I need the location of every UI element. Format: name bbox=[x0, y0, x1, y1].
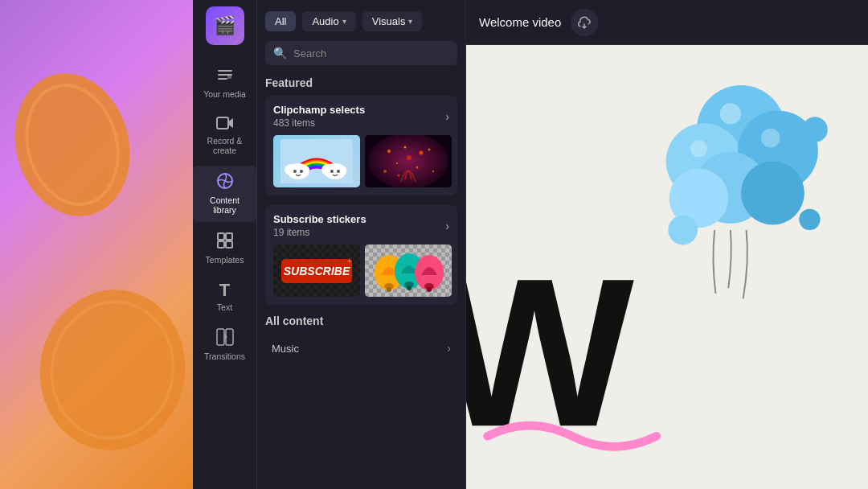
svg-text:+: + bbox=[347, 257, 352, 265]
visuals-chevron-icon: ▾ bbox=[408, 17, 412, 26]
svg-point-55 bbox=[407, 286, 411, 290]
preview-subscribe-bells-thumb[interactable] bbox=[365, 244, 452, 297]
svg-point-71 bbox=[799, 209, 820, 230]
sidebar-item-templates[interactable]: Templates bbox=[193, 225, 256, 272]
preview-area: Welcome video bbox=[466, 0, 868, 489]
sidebar-label-your-media: Your media bbox=[203, 89, 246, 100]
svg-point-31 bbox=[407, 155, 411, 160]
sidebar-label-templates: Templates bbox=[206, 255, 244, 265]
svg-point-28 bbox=[420, 151, 424, 155]
svg-point-30 bbox=[416, 166, 419, 169]
sidebar-item-text[interactable]: T Text bbox=[193, 275, 256, 319]
balloon-scene: W bbox=[466, 45, 868, 489]
subscribe-stickers-count: 19 items bbox=[273, 227, 366, 238]
content-panel: All Audio ▾ Visuals ▾ 🔍 Featured C bbox=[257, 0, 466, 489]
clipchamp-selects-header[interactable]: Clipchamp selects 483 items › bbox=[273, 104, 449, 129]
svg-point-33 bbox=[383, 170, 387, 173]
svg-point-22 bbox=[330, 170, 334, 173]
video-title: Welcome video bbox=[479, 15, 561, 29]
filter-visuals-button[interactable]: Visuals ▾ bbox=[362, 11, 423, 31]
svg-point-64 bbox=[741, 162, 805, 225]
sidebar-item-content-library[interactable]: Content library bbox=[193, 166, 256, 222]
featured-section-title: Featured bbox=[265, 76, 457, 89]
music-label: Music bbox=[272, 343, 299, 355]
svg-point-67 bbox=[690, 140, 707, 157]
svg-point-21 bbox=[334, 165, 346, 175]
cloud-save-icon bbox=[577, 16, 592, 29]
filter-visuals-label: Visuals bbox=[372, 15, 406, 27]
sidebar-item-transitions[interactable]: Transitions bbox=[193, 322, 256, 368]
sidebar-label-record-create: Record & create bbox=[207, 136, 243, 156]
cloud-save-button[interactable] bbox=[571, 9, 598, 36]
scene-svg: W bbox=[466, 45, 868, 489]
content-scroll: Featured Clipchamp selects 483 items › bbox=[257, 73, 465, 489]
subscribe-stickers-previews: SUBSCRIBE + bbox=[273, 244, 449, 297]
music-row[interactable]: Music › bbox=[265, 334, 457, 363]
clipchamp-selects-name: Clipchamp selects bbox=[273, 104, 365, 116]
search-bar: 🔍 bbox=[265, 41, 457, 65]
your-media-icon bbox=[216, 66, 234, 86]
clipchamp-selects-previews bbox=[273, 135, 449, 187]
preview-subscribe-text-thumb[interactable]: SUBSCRIBE + bbox=[273, 244, 360, 297]
templates-icon bbox=[216, 232, 234, 252]
svg-point-29 bbox=[396, 162, 398, 164]
app-container: 🎬 Your media Record & create bbox=[193, 0, 868, 489]
svg-point-58 bbox=[427, 287, 432, 292]
svg-rect-4 bbox=[227, 75, 231, 79]
clipchamp-selects-info: Clipchamp selects 483 items bbox=[273, 104, 365, 129]
svg-point-16 bbox=[297, 165, 309, 175]
subscribe-stickers-header[interactable]: Subscribe stickers 19 items › bbox=[273, 213, 449, 238]
svg-rect-8 bbox=[226, 233, 232, 240]
sidebar-label-content-library: Content library bbox=[210, 195, 240, 216]
svg-text:SUBSCRIBE: SUBSCRIBE bbox=[284, 265, 350, 277]
svg-rect-10 bbox=[226, 241, 232, 248]
music-chevron-icon: › bbox=[447, 342, 451, 355]
all-content-section-title: All content bbox=[265, 314, 457, 327]
left-background bbox=[0, 0, 193, 489]
audio-chevron-icon: ▾ bbox=[342, 17, 346, 26]
subscribe-stickers-card: Subscribe stickers 19 items › bbox=[265, 205, 457, 305]
svg-point-66 bbox=[720, 103, 741, 124]
svg-point-32 bbox=[428, 149, 431, 151]
svg-point-34 bbox=[432, 171, 434, 172]
sidebar-item-your-media[interactable]: Your media bbox=[193, 60, 256, 106]
clipchamp-selects-card: Clipchamp selects 483 items › bbox=[265, 96, 457, 195]
svg-point-70 bbox=[668, 216, 698, 245]
clipchamp-selects-chevron-icon: › bbox=[445, 110, 449, 123]
subscribe-stickers-name: Subscribe stickers bbox=[273, 213, 366, 225]
svg-point-52 bbox=[387, 287, 391, 292]
svg-point-18 bbox=[300, 170, 303, 173]
svg-rect-7 bbox=[218, 233, 224, 240]
sidebar-label-transitions: Transitions bbox=[204, 351, 245, 362]
svg-rect-9 bbox=[218, 241, 224, 248]
filter-all-button[interactable]: All bbox=[265, 11, 296, 31]
svg-rect-5 bbox=[217, 117, 228, 129]
transitions-icon bbox=[216, 328, 234, 348]
preview-rainbow-thumb[interactable] bbox=[273, 135, 360, 187]
content-library-icon bbox=[216, 172, 234, 192]
svg-point-68 bbox=[761, 129, 780, 148]
svg-rect-11 bbox=[217, 329, 224, 345]
subscribe-stickers-info: Subscribe stickers 19 items bbox=[273, 213, 366, 238]
svg-point-69 bbox=[802, 117, 828, 142]
record-create-icon bbox=[216, 116, 234, 133]
search-icon: 🔍 bbox=[273, 47, 287, 60]
filter-audio-button[interactable]: Audio ▾ bbox=[302, 11, 355, 31]
clipchamp-selects-count: 483 items bbox=[273, 117, 365, 129]
search-input[interactable] bbox=[293, 47, 449, 60]
subscribe-stickers-chevron-icon: › bbox=[445, 220, 449, 232]
preview-dark-particles-thumb[interactable] bbox=[365, 135, 452, 187]
svg-point-27 bbox=[404, 146, 407, 149]
app-logo: 🎬 bbox=[206, 6, 244, 45]
preview-header: Welcome video bbox=[466, 0, 868, 45]
icon-sidebar: 🎬 Your media Record & create bbox=[193, 0, 257, 489]
canvas-area: W bbox=[466, 45, 868, 489]
filter-audio-label: Audio bbox=[312, 15, 338, 27]
svg-point-23 bbox=[337, 170, 340, 173]
svg-point-26 bbox=[387, 150, 391, 153]
svg-point-25 bbox=[368, 135, 448, 187]
sidebar-item-record-create[interactable]: Record & create bbox=[193, 109, 256, 162]
svg-point-17 bbox=[293, 170, 297, 173]
sidebar-label-text: Text bbox=[217, 302, 232, 313]
filter-bar: All Audio ▾ Visuals ▾ bbox=[257, 0, 465, 38]
